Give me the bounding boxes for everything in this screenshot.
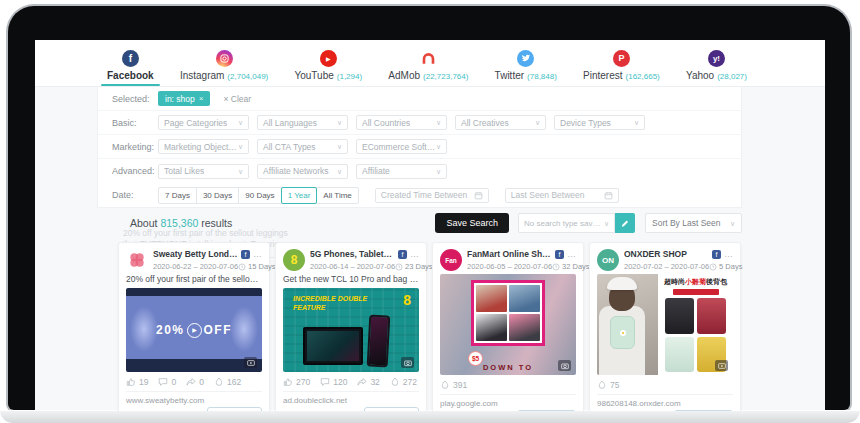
- created-time-between-input[interactable]: Created Time Between: [375, 188, 489, 203]
- tab-instagram[interactable]: Instagram(2,704,049): [178, 40, 270, 86]
- more-options-icon[interactable]: …: [724, 252, 733, 256]
- filter-select-total-likes[interactable]: Total Likes∨: [158, 164, 249, 179]
- filter-select-affiliate-networks[interactable]: Affiliate Networks∨: [257, 164, 348, 179]
- cta-button[interactable]: Shop Now: [364, 407, 419, 411]
- tab-count: (78,848): [527, 72, 557, 81]
- ad-stats: 1900162: [126, 375, 262, 392]
- last-seen-between-input[interactable]: Last Seen Between: [505, 188, 619, 203]
- save-search-button[interactable]: Save Search: [435, 213, 509, 233]
- tab-count: (2,704,049): [227, 72, 268, 81]
- ad-domain: ad.doubleclick.net: [283, 396, 419, 405]
- cta-button[interactable]: Learn More: [674, 410, 733, 411]
- date-button-7-days[interactable]: 7 Days: [158, 187, 197, 204]
- date-range-segmented-control: 7 Days30 Days90 Days1 YearAll Time: [158, 187, 359, 204]
- advertiser-name[interactable]: Sweaty Betty London | Wom...: [153, 249, 238, 259]
- ad-duration: 32 Days: [562, 262, 590, 271]
- filter-select-all-cta-types[interactable]: All CTA Types∨: [257, 139, 348, 154]
- more-options-icon[interactable]: …: [253, 252, 262, 256]
- filter-select-ecommerce-softwares[interactable]: ECommerce Softwares∨: [356, 139, 447, 154]
- chevron-down-icon: ∨: [238, 143, 243, 150]
- filter-select-affiliate[interactable]: Affiliate∨: [356, 164, 447, 179]
- ribbon-banner: [673, 289, 719, 295]
- ad-creative-video[interactable]: 超時尚小雛菊後背包: [597, 274, 733, 375]
- ad-card[interactable]: 8 5G Phones, Tablets & SIMs | ... f … 20…: [275, 242, 427, 411]
- ad-date-range: 2020-06-14 – 2020-07-06: [310, 262, 395, 271]
- tab-label: AdMob: [388, 70, 420, 81]
- cta-button[interactable]: Shop Now: [207, 407, 262, 411]
- ad-primary-text: 20% off your first pair of the sellout l…: [126, 274, 262, 284]
- date-button-1-year[interactable]: 1 Year: [281, 187, 318, 204]
- chevron-down-icon: ∨: [337, 119, 342, 126]
- advertiser-name[interactable]: 5G Phones, Tablets & SIMs | ...: [310, 249, 395, 259]
- stat-share: 0: [186, 377, 204, 387]
- calendar-icon: [474, 191, 483, 200]
- pencil-icon: [621, 219, 629, 228]
- facebook-badge-icon: f: [555, 250, 564, 259]
- tab-pinterest[interactable]: P Pinterest(162,665): [581, 40, 662, 86]
- chevron-down-icon: ∨: [238, 119, 243, 126]
- phone-figure: [367, 314, 391, 367]
- date-button-30-days[interactable]: 30 Days: [196, 187, 239, 204]
- clock-icon: [395, 263, 403, 271]
- date-button-90-days[interactable]: 90 Days: [238, 187, 281, 204]
- tab-label: Twitter: [495, 70, 524, 81]
- chevron-down-icon: ∨: [337, 168, 342, 175]
- chip-close-icon[interactable]: ×: [199, 94, 204, 103]
- admob-icon: [420, 50, 437, 67]
- tab-label: YouTube: [294, 70, 333, 81]
- ad-duration: 5 Days: [719, 262, 742, 271]
- advertiser-logo: [126, 249, 148, 271]
- cta-button[interactable]: Learn More: [517, 410, 576, 411]
- chip-label: in: shop: [165, 94, 195, 104]
- laptop-base: [0, 410, 860, 423]
- ad-stats: 27012032272: [283, 375, 419, 392]
- ad-creative-video[interactable]: 20% ▶ OFF: [126, 288, 262, 372]
- ad-card[interactable]: ON ONXDER SHOP f … 2020-07-02 – 2020-07-…: [589, 242, 741, 411]
- play-button-icon[interactable]: ▶: [187, 323, 202, 338]
- platform-tabbar: f Facebook Instagram(2,704,049) ▶ YouTub…: [35, 40, 825, 87]
- filter-select-all-creatives[interactable]: All Creatives∨: [455, 115, 546, 130]
- sort-dropdown[interactable]: Sort By Last Seen ∨: [645, 213, 742, 233]
- filter-row-label: Basic:: [112, 118, 158, 128]
- ad-card[interactable]: Sweaty Betty London | Wom... f … 2020-06…: [118, 242, 270, 411]
- creative-overlay-text: INCREDIBLE DOUBLE: [293, 295, 367, 304]
- chevron-down-icon: ∨: [535, 119, 540, 126]
- filter-row-marketing: Marketing:Marketing Objectives∨All CTA T…: [98, 135, 741, 159]
- filter-select-marketing-objectives[interactable]: Marketing Objectives∨: [158, 139, 249, 154]
- tab-label: Pinterest: [583, 70, 622, 81]
- filter-select-all-languages[interactable]: All Languages∨: [257, 115, 348, 130]
- facebook-badge-icon: f: [398, 250, 407, 259]
- advertiser-name[interactable]: FanMart Online Shopping - F...: [467, 249, 552, 259]
- stat-share: 32: [357, 377, 379, 387]
- tab-twitter[interactable]: Twitter(78,848): [493, 40, 559, 86]
- edit-saved-search-button[interactable]: [615, 213, 635, 233]
- saved-search-placeholder: No search type saved ...: [524, 219, 604, 228]
- filter-row-basic: Basic:Page Categories∨All Languages∨All …: [98, 111, 741, 135]
- filter-panel: Selected: in: shop × × Clear Basic:Page …: [97, 87, 742, 208]
- ad-domain: 986208148.onxder.com: [597, 399, 733, 408]
- filter-select-page-categories[interactable]: Page Categories∨: [158, 115, 249, 130]
- saved-search-dropdown[interactable]: No search type saved ... ∨: [518, 213, 615, 233]
- ad-card[interactable]: Fan FanMart Online Shopping - F... f … 2…: [432, 242, 584, 411]
- stat-comment: 120: [320, 377, 347, 387]
- tab-facebook[interactable]: f Facebook: [105, 40, 156, 86]
- more-options-icon[interactable]: …: [567, 252, 576, 256]
- stat-flame: 162: [214, 377, 241, 387]
- clear-filters-button[interactable]: × Clear: [223, 94, 251, 104]
- chevron-down-icon: ∨: [238, 168, 243, 175]
- filter-select-all-countries[interactable]: All Countries∨: [356, 115, 447, 130]
- date-button-all-time[interactable]: All Time: [316, 187, 358, 204]
- ad-creative-image[interactable]: INCREDIBLE DOUBLEFEATURE 8: [283, 288, 419, 372]
- filter-row-advanced: Advanced:Total Likes∨Affiliate Networks∨…: [98, 159, 741, 183]
- tab-youtube[interactable]: ▶ YouTube(1,294): [292, 40, 364, 86]
- date-placeholder: Last Seen Between: [511, 190, 585, 200]
- tab-yahoo[interactable]: y! Yahoo(28,027): [684, 40, 749, 86]
- more-options-icon[interactable]: …: [410, 252, 419, 256]
- stat-flame: 391: [440, 380, 467, 390]
- tab-admob[interactable]: AdMob(22,723,764): [386, 40, 470, 86]
- ad-creative-image[interactable]: $5 DOWN TO: [440, 274, 576, 375]
- tab-count: (22,723,764): [423, 72, 468, 81]
- selected-filter-chip[interactable]: in: shop ×: [158, 91, 210, 106]
- filter-select-device-types[interactable]: Device Types∨: [554, 115, 645, 130]
- advertiser-name[interactable]: ONXDER SHOP: [624, 249, 709, 259]
